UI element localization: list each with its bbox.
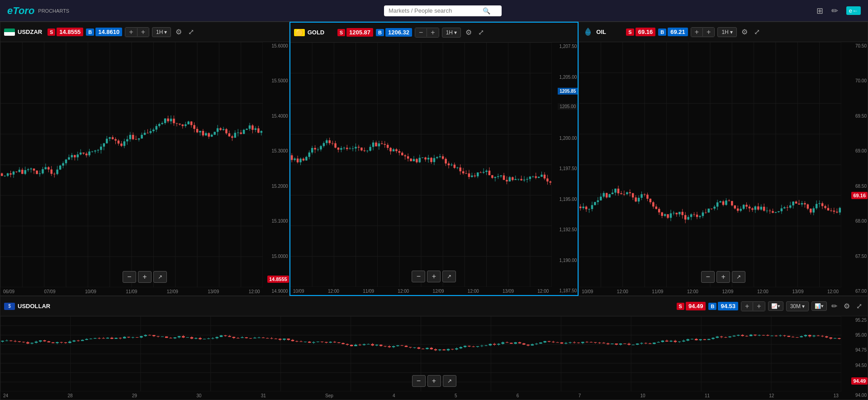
gold-flag: 🟡	[294, 29, 305, 36]
usdollar-minus-btn[interactable]: +	[741, 302, 753, 311]
usdollar-settings-btn[interactable]: ⚙	[842, 301, 852, 311]
usdollar-sell-box[interactable]: S 94.49	[677, 302, 706, 310]
oil-buy-label: B	[658, 29, 666, 36]
usdollar-chart-type[interactable]: 📈▾	[768, 301, 783, 311]
usdzar-sell-label: S	[47, 29, 55, 36]
usdzar-zoom-in-btn[interactable]: +	[138, 271, 152, 283]
gold-minus-btn[interactable]: −	[415, 28, 427, 37]
gold-price-label-2: 1205.00	[558, 103, 578, 110]
usdzar-plusminus[interactable]: + +	[125, 27, 149, 37]
usdollar-current-price: 94.49	[851, 377, 868, 385]
gold-timeframe[interactable]: 1H▾	[442, 28, 461, 38]
gold-price-label-1: 1205.85	[558, 88, 578, 95]
usdollar-y-axis: 95.2595.0094.7594.5094.2594.00	[841, 316, 868, 400]
usdzar-plus-btn[interactable]: +	[138, 28, 149, 37]
usdzar-minus-btn[interactable]: +	[125, 28, 137, 37]
oil-icon	[583, 27, 593, 38]
usdollar-timeframe[interactable]: 30M▾	[786, 301, 809, 311]
panel-header-usdzar: USDZAR S 14.8555 B 14.8610 + + 1H▾ ⚙ ⤢	[0, 22, 289, 42]
oil-sell-box[interactable]: S 69.16	[626, 28, 655, 36]
search-box[interactable]: 🔍	[384, 5, 502, 16]
usdzar-share-btn[interactable]: ↗	[153, 271, 167, 283]
gold-buy-box[interactable]: B 1206.32	[376, 28, 412, 37]
usdollar-pen-btn[interactable]: ✏	[830, 301, 839, 311]
usdzar-flag	[4, 29, 15, 36]
usdzar-x-axis: 06/0907/0910/0911/0912/0913/0912:00	[0, 287, 263, 295]
usdzar-zoom-controls: − + ↗	[123, 271, 167, 283]
oil-settings-btn[interactable]: ⚙	[740, 27, 749, 37]
usdollar-plus-btn[interactable]: +	[753, 302, 764, 311]
oil-canvas	[579, 42, 841, 287]
gold-zoom-in-btn[interactable]: +	[427, 271, 441, 282]
nav-icons: ⊞ ✏ e←	[816, 6, 861, 16]
oil-symbol: OIL	[596, 29, 623, 35]
usdzar-y-axis: 15.600015.500015.400015.3000 15.200015.1…	[263, 42, 289, 295]
oil-buy-price: 69.21	[668, 28, 688, 36]
oil-buy-box[interactable]: B 69.21	[658, 28, 688, 36]
usdzar-current-price: 14.8555	[267, 276, 289, 283]
oil-plusminus[interactable]: + +	[691, 27, 715, 37]
oil-timeframe[interactable]: 1H▾	[717, 27, 736, 37]
usdollar-zoom-out-btn[interactable]: −	[412, 375, 426, 387]
gold-sell-box[interactable]: S 1205.87	[337, 28, 373, 37]
gold-settings-btn[interactable]: ⚙	[464, 27, 474, 38]
usdzar-buy-price: 14.8610	[95, 28, 122, 36]
usdzar-canvas	[0, 42, 263, 287]
gold-buy-price: 1206.32	[385, 28, 412, 37]
gold-sell-price: 1205.87	[346, 28, 373, 37]
gold-plusminus[interactable]: − +	[415, 28, 439, 38]
gold-expand-btn[interactable]: ⤢	[476, 27, 486, 38]
panel-header-oil: OIL S 69.16 B 69.21 + + 1H▾ ⚙ ⤢	[579, 22, 868, 42]
grid-layout-icon[interactable]: ⊞	[816, 6, 823, 16]
oil-sell-price: 69.16	[636, 28, 656, 36]
oil-zoom-in-btn[interactable]: +	[716, 271, 730, 283]
oil-sell-label: S	[626, 29, 634, 36]
usdzar-expand-btn[interactable]: ⤢	[186, 27, 196, 37]
usdzar-settings-btn[interactable]: ⚙	[174, 27, 184, 37]
usdzar-symbol: USDZAR	[18, 29, 45, 35]
oil-zoom-out-btn[interactable]: −	[701, 271, 715, 283]
usdollar-share-btn[interactable]: ↗	[443, 375, 456, 387]
oil-y-axis: 70.5070.0069.5069.00 68.5068.0067.5067.0…	[841, 42, 868, 295]
chart-panel-usdollar: $ USDOLLAR S 94.49 B 94.53 + + 📈▾ 30M▾ 📊…	[0, 296, 868, 400]
oil-x-axis: 10/0912:0011/0912:0012/0912:0013/0912:00	[579, 287, 841, 295]
usdzar-zoom-out-btn[interactable]: −	[123, 271, 136, 283]
gold-canvas	[290, 43, 552, 287]
oil-zoom-controls: − + ↗	[701, 271, 745, 283]
usdollar-expand-btn[interactable]: ⤢	[854, 301, 864, 311]
usdzar-timeframe[interactable]: 1H▾	[152, 27, 171, 37]
usdzar-chart-area: 15.600015.500015.400015.3000 15.200015.1…	[0, 42, 289, 295]
usdollar-buy-box[interactable]: B 94.53	[708, 302, 738, 310]
gold-plus-btn[interactable]: +	[427, 28, 438, 37]
usdollar-zoom-controls: − + ↗	[412, 375, 456, 387]
usdollar-zoom-in-btn[interactable]: +	[427, 375, 441, 387]
usdollar-flag: $	[4, 303, 15, 310]
panel-header-usdollar: $ USDOLLAR S 94.49 B 94.53 + + 📈▾ 30M▾ 📊…	[0, 296, 868, 316]
chart-panel-oil: OIL S 69.16 B 69.21 + + 1H▾ ⚙ ⤢ 70.	[579, 22, 868, 296]
usdollar-symbol: USDOLLAR	[18, 303, 50, 310]
usdollar-buy-price: 94.53	[718, 302, 738, 310]
gold-x-axis: 10/0912:0011/0912:0012/0912:0013/0912:00	[290, 287, 552, 295]
usdzar-sell-box[interactable]: S 14.8555	[47, 28, 83, 36]
oil-share-btn[interactable]: ↗	[732, 271, 745, 283]
usdzar-buy-box[interactable]: B 14.8610	[86, 28, 122, 36]
logo-text: eToro	[7, 5, 34, 17]
gold-share-btn[interactable]: ↗	[442, 271, 456, 282]
oil-minus-btn[interactable]: +	[691, 28, 702, 37]
usdollar-plusminus[interactable]: + +	[741, 301, 765, 311]
usdollar-x-axis: 2428293031 Sep4567 10111213	[0, 391, 841, 400]
usdollar-chart-area: 95.2595.0094.7594.5094.2594.00 242829303…	[0, 316, 868, 400]
pen-icon[interactable]: ✏	[831, 6, 838, 16]
etoro-back-icon[interactable]: e←	[846, 6, 861, 15]
chart-panel-usdzar: USDZAR S 14.8555 B 14.8610 + + 1H▾ ⚙ ⤢	[0, 22, 289, 296]
usdzar-buy-label: B	[86, 29, 94, 36]
oil-current-price: 69.16	[851, 192, 868, 199]
logo: eToro PROCHARTS	[7, 5, 69, 17]
usdollar-candle-type[interactable]: 📊▾	[811, 301, 827, 311]
procharts-label: PROCHARTS	[38, 8, 69, 14]
oil-expand-btn[interactable]: ⤢	[752, 27, 762, 37]
oil-plus-btn[interactable]: +	[703, 28, 714, 37]
search-icon: 🔍	[483, 7, 490, 14]
search-input[interactable]	[389, 7, 479, 14]
gold-zoom-out-btn[interactable]: −	[412, 271, 425, 282]
